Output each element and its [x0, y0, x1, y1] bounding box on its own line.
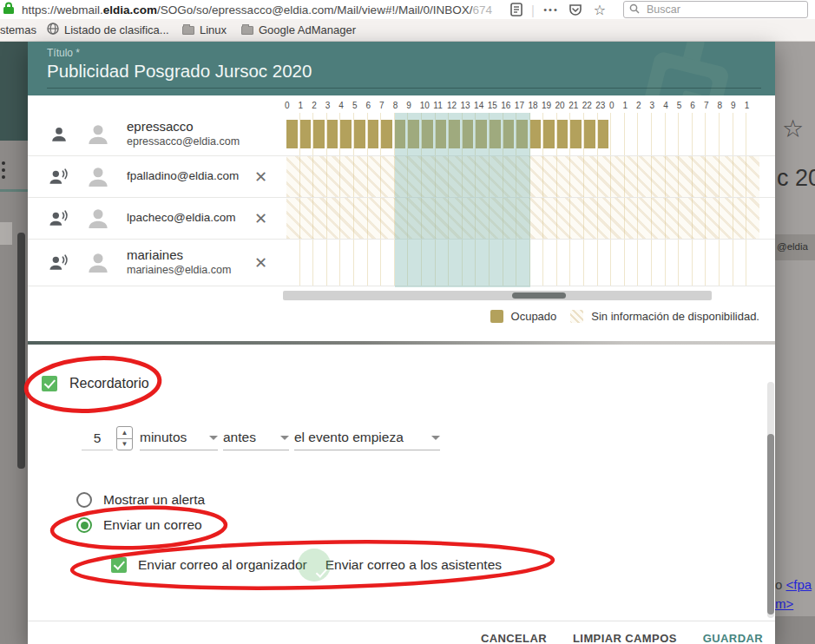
- voice-over-icon: [49, 209, 69, 228]
- radio-send-email[interactable]: [76, 517, 92, 533]
- bookmark-item[interactable]: Linux: [182, 19, 227, 41]
- freebusy-cell: [733, 113, 746, 155]
- freebusy-cell: [746, 156, 759, 197]
- pocket-icon[interactable]: [566, 0, 585, 19]
- freebusy-cell: [448, 240, 462, 286]
- freebusy-cell: [462, 240, 476, 286]
- scrollbar-thumb[interactable]: [512, 292, 566, 299]
- radio-show-alert-label: Mostrar un alerta: [103, 492, 205, 508]
- freebusy-cell: [624, 113, 638, 155]
- hour-label: 13: [461, 101, 475, 110]
- hour-label: 5: [352, 101, 366, 110]
- freebusy-cell: [286, 156, 299, 197]
- hour-label: 17: [515, 101, 529, 110]
- freebusy-cell: [705, 198, 719, 239]
- dimmed-background-right: ☆ c 20 @eldia o <fpa m>: [775, 42, 815, 644]
- bookmark-item[interactable]: Listado de clasifica...: [47, 19, 169, 41]
- reminder-section: Recordatorio 5 ▲ ▼ minutos antes el even…: [28, 345, 775, 621]
- bookmark-star-icon[interactable]: ☆: [590, 0, 609, 19]
- no-info-swatch: [570, 310, 583, 323]
- freebusy-cell: [597, 113, 611, 155]
- freebusy-cell: [569, 113, 583, 155]
- search-input[interactable]: [645, 3, 784, 16]
- freebusy-cell: [286, 240, 299, 286]
- background-partial-email: @eldia: [777, 241, 808, 252]
- avatar-icon: [85, 122, 111, 148]
- toolbar-separator: |: [529, 0, 536, 19]
- freebusy-cell: [448, 198, 462, 239]
- hour-label: 9: [731, 101, 745, 110]
- attendee-email: epressacco@eldia.com: [127, 135, 240, 149]
- attendee-name: epressacco: [127, 119, 240, 135]
- freebusy-cell: [569, 240, 583, 286]
- freebusy-horizontal-scrollbar[interactable]: [283, 291, 712, 300]
- freebusy-cell: [407, 240, 421, 286]
- reminder-relation-select[interactable]: antes: [223, 430, 289, 450]
- freebusy-cell: [692, 198, 706, 239]
- save-button[interactable]: GUARDAR: [703, 632, 763, 644]
- freebusy-cell: [583, 240, 597, 286]
- freebusy-cell: [339, 198, 353, 239]
- attendee-identity: epressaccoepressacco@eldia.com: [127, 119, 240, 148]
- freebusy-cell: [367, 240, 381, 286]
- freebusy-cell: [407, 198, 421, 239]
- freebusy-cell: [678, 240, 692, 286]
- freebusy-cell: [692, 113, 706, 155]
- freebusy-cell: [312, 156, 326, 197]
- remove-attendee-icon[interactable]: ✕: [254, 253, 267, 273]
- hour-label: 6: [690, 101, 704, 110]
- bookmark-item[interactable]: stemas: [0, 19, 36, 41]
- hour-label: 19: [542, 101, 555, 110]
- scrollbar-thumb[interactable]: [767, 434, 774, 614]
- reminder-checkbox[interactable]: [42, 376, 57, 391]
- url-text[interactable]: https://webmail.eldia.com/SOGo/so/epress…: [22, 3, 492, 16]
- cancel-button[interactable]: CANCELAR: [481, 632, 547, 644]
- radio-show-alert[interactable]: [76, 492, 92, 508]
- dialog-footer: CANCELAR LIMPIAR CAMPOS GUARDAR: [28, 621, 775, 644]
- freebusy-section: 0123456789101112131415161718192021222301…: [28, 95, 775, 341]
- hour-label: 15: [488, 101, 502, 110]
- busy-block: [530, 120, 542, 148]
- avatar-icon: [85, 206, 111, 232]
- hour-label: 1: [622, 101, 636, 110]
- stepper-down-icon[interactable]: ▼: [117, 438, 132, 450]
- chevron-down-icon: [280, 436, 289, 440]
- clear-fields-button[interactable]: LIMPIAR CAMPOS: [573, 632, 677, 644]
- bookmark-item[interactable]: Google AdManager: [241, 19, 356, 41]
- attendee-row: fpalladino@eldia.com✕: [28, 156, 775, 198]
- freebusy-cell: [475, 240, 489, 286]
- stepper-up-icon[interactable]: ▲: [117, 427, 132, 438]
- freebusy-cell: [299, 198, 313, 239]
- reminder-reference-select[interactable]: el evento empieza: [294, 430, 440, 450]
- overflow-dots-icon[interactable]: •••: [540, 0, 562, 19]
- freebusy-cell: [475, 198, 489, 239]
- freebusy-cell: [542, 156, 556, 197]
- freebusy-cell: [380, 240, 394, 286]
- freebusy-cell: [475, 113, 489, 155]
- event-title-input[interactable]: Publicidad Posgrado Jursoc 2020: [47, 61, 312, 82]
- browser-url-bar[interactable]: https://webmail.eldia.com/SOGo/so/epress…: [0, 0, 815, 19]
- freebusy-cell: [556, 156, 570, 197]
- freebusy-track: [286, 156, 759, 197]
- reader-mode-icon[interactable]: [508, 0, 525, 19]
- freebusy-cell: [529, 240, 543, 286]
- background-footer-band: [775, 616, 815, 644]
- amount-stepper[interactable]: ▲ ▼: [116, 426, 133, 450]
- freebusy-legend: Ocupado Sin información de disponibilida…: [490, 310, 759, 323]
- favorite-star-icon: ☆: [782, 115, 804, 143]
- reminder-unit-select[interactable]: minutos: [140, 430, 218, 450]
- freebusy-cell: [380, 198, 394, 239]
- freebusy-cell: [733, 240, 746, 286]
- freebusy-cell: [503, 113, 516, 155]
- voice-over-icon: [49, 168, 69, 187]
- search-box[interactable]: [623, 1, 808, 18]
- email-organizer-checkbox[interactable]: [111, 557, 127, 573]
- reminder-amount-input[interactable]: 5: [82, 430, 113, 450]
- remove-attendee-icon[interactable]: ✕: [254, 209, 267, 228]
- freebusy-cell: [516, 198, 529, 239]
- busy-block: [557, 120, 569, 148]
- remove-attendee-icon[interactable]: ✕: [254, 168, 267, 187]
- dialog-header: Título * Publicidad Posgrado Jursoc 2020: [28, 42, 775, 95]
- busy-block: [503, 120, 515, 148]
- reminder-vertical-scrollbar[interactable]: [767, 382, 774, 618]
